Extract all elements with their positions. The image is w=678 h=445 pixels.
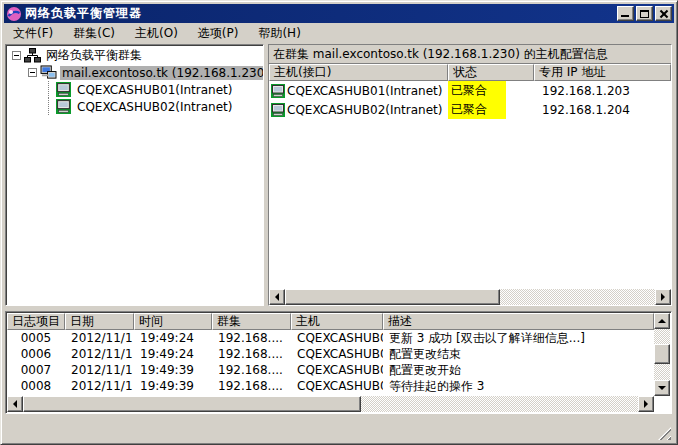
maximize-icon	[640, 10, 649, 18]
log-description: 更新 3 成功 [双击以了解详细信息...]	[383, 330, 654, 346]
close-button[interactable]	[655, 6, 672, 21]
log-header: 日志项目 日期 时间 群集 主机 描述	[7, 313, 654, 330]
log-cluster: 192.168....	[212, 330, 291, 346]
menu-help[interactable]: 帮助(H)	[250, 24, 308, 44]
log-description: 等待挂起的操作 3	[383, 378, 654, 394]
menu-host[interactable]: 主机(O)	[127, 24, 186, 44]
cluster-tree-panel: 网络负载平衡群集 mail.excontoso.tk (192.168.1.23…	[5, 44, 264, 306]
log-date: 2012/11/1	[65, 362, 134, 378]
minimize-icon	[621, 15, 629, 17]
column-header-date[interactable]: 日期	[65, 313, 134, 330]
host-panel-title: 在群集 mail.excontoso.tk (192.168.1.230) 的主…	[269, 45, 671, 64]
tree-node-root[interactable]: 网络负载平衡群集	[8, 47, 263, 64]
menubar: 文件(F) 群集(C) 主机(O) 选项(P) 帮助(H)	[5, 25, 673, 43]
close-icon	[659, 9, 669, 19]
scrollbar-thumb[interactable]	[654, 344, 670, 363]
collapse-icon[interactable]	[12, 51, 21, 60]
scrollbar-thumb[interactable]	[23, 396, 361, 412]
host-private-ip: 192.168.1.204	[534, 100, 671, 119]
log-hscrollbar[interactable]	[7, 396, 654, 412]
menu-options[interactable]: 选项(P)	[190, 24, 247, 44]
tree-host-label: CQEXCASHUB01(Intranet)	[75, 83, 234, 97]
log-time: 19:49:39	[134, 378, 212, 394]
scrollbar-track[interactable]	[654, 329, 670, 380]
menu-file[interactable]: 文件(F)	[5, 24, 61, 44]
column-header-private-ip[interactable]: 专用 IP 地址	[534, 64, 671, 81]
host-name: CQEXCASHUB01(Intranet)	[287, 84, 442, 98]
scroll-right-icon[interactable]	[638, 396, 654, 412]
log-time: 19:49:24	[134, 346, 212, 362]
maximize-button[interactable]	[636, 6, 653, 21]
host-converged-icon	[271, 103, 285, 117]
host-row[interactable]: CQEXCASHUB01(Intranet) 已聚合 192.168.1.203	[269, 81, 671, 100]
scrollbar-track[interactable]	[285, 289, 655, 305]
statusbar	[5, 418, 673, 442]
column-header-time[interactable]: 时间	[134, 313, 212, 330]
host-converged-icon	[55, 82, 72, 97]
scroll-right-icon[interactable]	[655, 289, 671, 305]
scroll-left-icon[interactable]	[7, 396, 23, 412]
log-date: 2012/11/1	[65, 330, 134, 346]
log-entry-id: 0008	[7, 378, 65, 394]
scroll-left-icon[interactable]	[269, 289, 285, 305]
log-entry-id: 0007	[7, 362, 65, 378]
nlb-clusters-icon	[24, 48, 41, 63]
log-row[interactable]: 0005 2012/11/1 19:49:24 192.168.... CQEX…	[7, 330, 654, 346]
scrollbar-track[interactable]	[23, 396, 638, 412]
log-entry-id: 0005	[7, 330, 65, 346]
log-row[interactable]: 0008 2012/11/1 19:49:39 192.168.... CQEX…	[7, 378, 654, 394]
host-private-ip: 192.168.1.203	[534, 81, 671, 100]
log-date: 2012/11/1	[65, 346, 134, 362]
log-host: CQEXCASHUB01	[291, 346, 383, 362]
host-name: CQEXCASHUB02(Intranet)	[287, 103, 442, 117]
log-date: 2012/11/1	[65, 378, 134, 394]
tree-node-host2[interactable]: CQEXCASHUB02(Intranet)	[8, 98, 263, 115]
scrollbar-thumb[interactable]	[285, 289, 500, 305]
column-header-host[interactable]: 主机	[291, 313, 383, 330]
window-title: 网络负载平衡管理器	[25, 5, 617, 22]
log-host: CQEXCASHUB01	[291, 330, 383, 346]
tree-cluster-label: mail.excontoso.tk (192.168.1.230)	[60, 66, 264, 80]
cluster-icon	[40, 65, 57, 80]
status-badge: 已聚合	[448, 81, 506, 100]
log-host: CQEXCASHUB02	[291, 362, 383, 378]
host-config-panel: 在群集 mail.excontoso.tk (192.168.1.230) 的主…	[268, 44, 672, 306]
log-cluster: 192.168....	[212, 362, 291, 378]
log-host: CQEXCASHUB02	[291, 378, 383, 394]
scroll-down-icon[interactable]	[654, 380, 670, 396]
menu-cluster[interactable]: 群集(C)	[65, 24, 123, 44]
event-log-list: 日志项目 日期 时间 群集 主机 描述 0005 2012/11/1 19:49…	[7, 313, 654, 396]
minimize-button[interactable]	[617, 6, 634, 21]
log-description: 配置更改结束	[383, 346, 654, 362]
log-time: 19:49:39	[134, 362, 212, 378]
log-cluster: 192.168....	[212, 378, 291, 394]
log-time: 19:49:24	[134, 330, 212, 346]
column-header-cluster[interactable]: 群集	[212, 313, 291, 330]
host-converged-icon	[55, 99, 72, 114]
host-panel-hscrollbar[interactable]	[269, 289, 671, 305]
host-list-empty-area	[269, 119, 671, 289]
scroll-up-icon[interactable]	[654, 313, 670, 329]
column-header-status[interactable]: 状态	[448, 64, 534, 81]
tree-node-cluster[interactable]: mail.excontoso.tk (192.168.1.230)	[8, 64, 263, 81]
log-row[interactable]: 0006 2012/11/1 19:49:24 192.168.... CQEX…	[7, 346, 654, 362]
log-vscrollbar[interactable]	[654, 313, 670, 396]
resize-grip-icon[interactable]	[658, 427, 671, 440]
log-row[interactable]: 0007 2012/11/1 19:49:39 192.168.... CQEX…	[7, 362, 654, 378]
column-header-log-entry[interactable]: 日志项目	[7, 313, 65, 330]
host-list-header: 主机(接口) 状态 专用 IP 地址	[269, 64, 671, 81]
app-icon	[6, 6, 22, 22]
tree-connector	[48, 81, 49, 98]
collapse-icon[interactable]	[28, 68, 37, 77]
app-window: 网络负载平衡管理器 文件(F) 群集(C) 主机(O) 选项(P) 帮助(H) …	[0, 0, 678, 445]
host-converged-icon	[271, 84, 285, 98]
event-log-panel: 日志项目 日期 时间 群集 主机 描述 0005 2012/11/1 19:49…	[5, 311, 672, 414]
host-row[interactable]: CQEXCASHUB02(Intranet) 已聚合 192.168.1.204	[269, 100, 671, 119]
tree-node-host1[interactable]: CQEXCASHUB01(Intranet)	[8, 81, 263, 98]
column-header-description[interactable]: 描述	[383, 313, 654, 330]
titlebar[interactable]: 网络负载平衡管理器	[4, 4, 674, 23]
column-header-host-interface[interactable]: 主机(接口)	[269, 64, 448, 81]
status-badge: 已聚合	[448, 100, 506, 119]
tree-connector	[48, 98, 49, 115]
log-cluster: 192.168....	[212, 346, 291, 362]
